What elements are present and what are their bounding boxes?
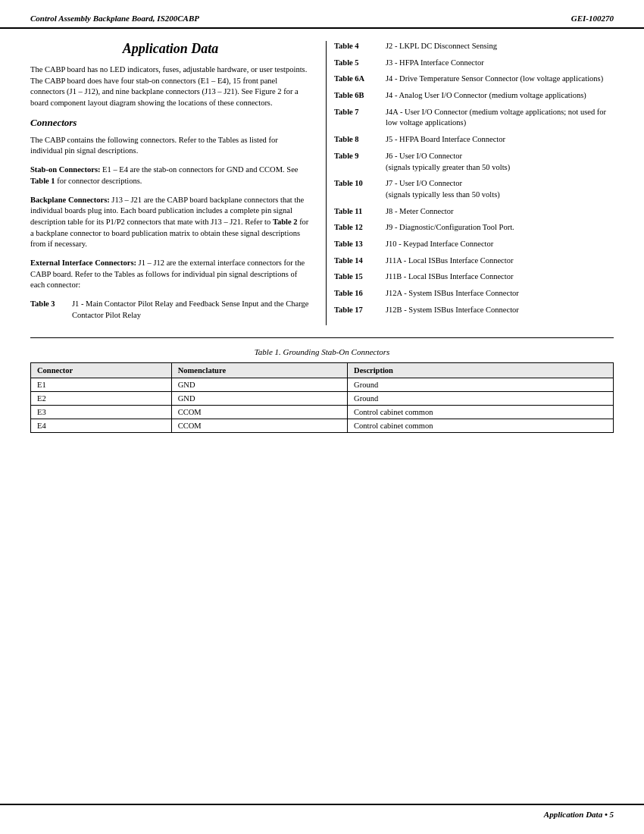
right-row-4: Table 7 J4A - User I/O Connector (medium… — [334, 107, 614, 129]
right-row-12: Table 15 J11B - Local ISBus Interface Co… — [334, 271, 614, 283]
connectors-intro: The CABP contains the following connecto… — [30, 135, 311, 157]
table1-row-1: E2GNDGround — [31, 392, 614, 406]
right-label-5: Table 8 — [334, 134, 386, 146]
table1-cell-3-2: Control cabinet common — [348, 419, 614, 433]
right-desc-10: J10 - Keypad Interface Connector — [386, 239, 614, 250]
header-right: GEI-100270 — [571, 14, 614, 23]
right-label-9: Table 12 — [334, 222, 386, 234]
right-label-4: Table 7 — [334, 107, 386, 118]
table1-cell-1-1: GND — [171, 392, 347, 406]
table1-section: Table 1. Grounding Stab-On Connectors Co… — [0, 347, 644, 433]
page-footer: Application Data • 5 — [0, 804, 644, 819]
table1-cell-3-1: CCOM — [171, 419, 347, 433]
footer-right: Application Data • 5 — [544, 810, 614, 819]
left-table-label-0: Table 3 — [30, 299, 72, 310]
table1-row-2: E3CCOMControl cabinet common — [31, 406, 614, 419]
right-desc-0: J2 - LKPL DC Disconnect Sensing — [386, 41, 614, 52]
section-title: Application Data — [30, 41, 311, 57]
right-desc-13: J12A - System ISBus Interface Connector — [386, 288, 614, 299]
left-table-entry-0: Table 3 J1 - Main Contactor Pilot Relay … — [30, 299, 311, 321]
right-label-12: Table 15 — [334, 271, 386, 283]
right-desc-3: J4 - Analog User I/O Connector (medium v… — [386, 90, 614, 102]
table1-header-row: Connector Nomenclature Description — [31, 363, 614, 378]
right-row-3: Table 6B J4 - Analog User I/O Connector … — [334, 90, 614, 102]
right-row-5: Table 8 J5 - HFPA Board Interface Connec… — [334, 134, 614, 146]
table1-cell-1-2: Ground — [348, 392, 614, 406]
header-left: Control Assembly Backplane Board, IS200C… — [30, 14, 199, 23]
backplane-text: Backplane Connectors: J13 – J21 are the … — [30, 195, 311, 250]
left-table-desc-0: J1 - Main Contactor Pilot Relay and Feed… — [72, 299, 311, 321]
table1-cell-0-0: E1 — [31, 378, 172, 392]
table1: Connector Nomenclature Description E1GND… — [30, 362, 614, 433]
right-row-9: Table 12 J9 - Diagnostic/Configuration T… — [334, 222, 614, 234]
right-label-2: Table 6A — [334, 74, 386, 85]
table1-cell-1-0: E2 — [31, 392, 172, 406]
table1-cell-2-2: Control cabinet common — [348, 406, 614, 419]
right-row-2: Table 6A J4 - Drive Temperature Sensor C… — [334, 74, 614, 85]
main-content: Application Data The CABP board has no L… — [0, 29, 644, 325]
right-desc-5: J5 - HFPA Board Interface Connector — [386, 134, 614, 146]
col-nomenclature: Nomenclature — [171, 363, 347, 378]
right-desc-4: J4A - User I/O Connector (medium voltage… — [386, 107, 614, 129]
table1-cell-0-2: Ground — [348, 378, 614, 392]
right-desc-9: J9 - Diagnostic/Configuration Tool Port. — [386, 222, 614, 234]
right-row-13: Table 16 J12A - System ISBus Interface C… — [334, 288, 614, 299]
right-desc-7: J7 - User I/O Connector(signals typicall… — [386, 178, 614, 200]
right-label-14: Table 17 — [334, 305, 386, 316]
connectors-title: Connectors — [30, 117, 311, 129]
right-desc-14: J12B - System ISBus Interface Connector — [386, 305, 614, 316]
right-row-8: Table 11 J8 - Meter Connector — [334, 206, 614, 218]
external-text: External Interface Connectors: J1 – J12 … — [30, 258, 311, 291]
right-desc-11: J11A - Local ISBus Interface Connector — [386, 256, 614, 267]
col-description: Description — [348, 363, 614, 378]
right-label-11: Table 14 — [334, 256, 386, 267]
right-desc-6: J6 - User I/O Connector(signals typicall… — [386, 151, 614, 173]
right-row-10: Table 13 J10 - Keypad Interface Connecto… — [334, 239, 614, 250]
right-desc-8: J8 - Meter Connector — [386, 206, 614, 218]
col-connector: Connector — [31, 363, 172, 378]
intro-text: The CABP board has no LED indicators, fu… — [30, 64, 311, 109]
right-desc-1: J3 - HFPA Interface Connector — [386, 58, 614, 69]
right-label-1: Table 5 — [334, 58, 386, 69]
right-label-7: Table 10 — [334, 178, 386, 190]
right-row-6: Table 9 J6 - User I/O Connector(signals … — [334, 151, 614, 173]
right-label-6: Table 9 — [334, 151, 386, 162]
right-label-0: Table 4 — [334, 41, 386, 52]
right-row-11: Table 14 J11A - Local ISBus Interface Co… — [334, 256, 614, 267]
table1-row-0: E1GNDGround — [31, 378, 614, 392]
page: Control Assembly Backplane Board, IS200C… — [0, 0, 644, 834]
table1-row-3: E4CCOMControl cabinet common — [31, 419, 614, 433]
right-label-8: Table 11 — [334, 206, 386, 218]
table1-cell-2-1: CCOM — [171, 406, 347, 419]
table1-cell-3-0: E4 — [31, 419, 172, 433]
right-column: Table 4 J2 - LKPL DC Disconnect Sensing … — [326, 41, 614, 325]
table1-cell-2-0: E3 — [31, 406, 172, 419]
table1-cell-0-1: GND — [171, 378, 347, 392]
right-row-0: Table 4 J2 - LKPL DC Disconnect Sensing — [334, 41, 614, 52]
stab-on-text: Stab-on Connectors: E1 – E4 are the stab… — [30, 165, 311, 187]
right-row-14: Table 17 J12B - System ISBus Interface C… — [334, 305, 614, 316]
right-row-7: Table 10 J7 - User I/O Connector(signals… — [334, 178, 614, 200]
section-divider — [30, 337, 614, 338]
right-label-10: Table 13 — [334, 239, 386, 250]
left-column: Application Data The CABP board has no L… — [30, 41, 311, 325]
right-label-13: Table 16 — [334, 288, 386, 299]
page-header: Control Assembly Backplane Board, IS200C… — [0, 0, 644, 29]
right-label-3: Table 6B — [334, 90, 386, 102]
table1-caption: Table 1. Grounding Stab-On Connectors — [30, 347, 614, 356]
right-row-1: Table 5 J3 - HFPA Interface Connector — [334, 58, 614, 69]
right-desc-2: J4 - Drive Temperature Sensor Connector … — [386, 74, 614, 85]
right-desc-12: J11B - Local ISBus Interface Connector — [386, 271, 614, 283]
